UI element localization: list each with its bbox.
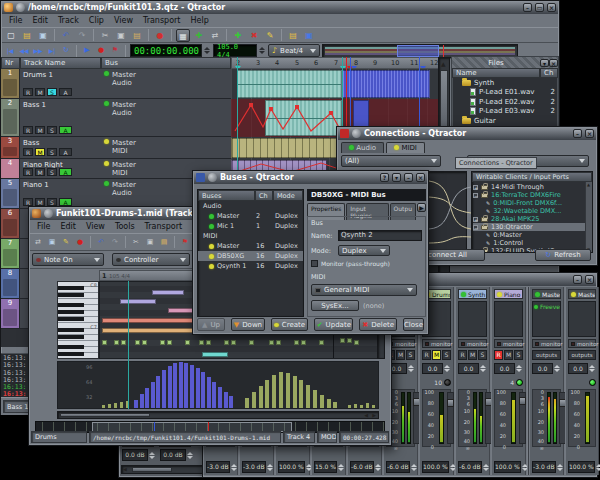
file-export-icon[interactable]: ⇄ [32,236,44,249]
marker-icon[interactable]: ● [153,29,167,42]
edit-draw-icon[interactable]: ✎ [60,236,72,249]
client-item[interactable]: −130:Qtractor [473,223,591,231]
gain-value[interactable]: 0.0 dB [122,449,156,461]
record-icon[interactable]: ● [95,44,107,57]
scrollbar-thumb[interactable] [60,413,150,417]
clip-merge-icon[interactable]: ⇄ [208,29,222,42]
bus-row[interactable]: Master16Duplex [198,241,303,251]
close-button[interactable]: Close [403,318,424,331]
window-menu-icon[interactable] [16,3,25,12]
close-icon[interactable]: × [585,129,594,138]
midi-clip[interactable] [231,138,342,158]
connections-titlebar[interactable]: Connections - Qtractor – × [337,127,597,140]
client-item[interactable]: +14:Midi Through [473,183,591,191]
volume-spin[interactable]: 0.0 [422,363,451,374]
close-icon[interactable]: × [547,3,556,12]
gain-spin[interactable]: 0.0 [458,363,487,374]
maximize-icon[interactable]: ▭ [535,3,544,12]
monitor-checkbox[interactable] [311,260,318,267]
menu-file[interactable]: File [4,15,27,26]
menu-view[interactable]: View [81,221,110,232]
bus-name-input[interactable]: Qsynth 2 [338,230,422,241]
midi-note[interactable] [276,340,281,345]
minimize-icon[interactable]: – [523,3,532,12]
midi-note[interactable] [301,340,306,345]
midi-channel-knob[interactable]: 4 [494,377,523,387]
rewind-icon[interactable]: ◀◀ [18,44,30,57]
volume-spin[interactable]: 0.0 [568,363,596,374]
midi-note[interactable] [152,290,184,295]
tab-audio[interactable]: Audio [341,142,384,153]
audio-clip[interactable] [237,70,342,98]
midi-note[interactable] [114,340,119,345]
midi-note[interactable] [160,340,165,345]
window-menu-icon[interactable] [44,209,53,218]
track-state-buttons[interactable]: RMSA [23,168,72,176]
files-shade-icon[interactable]: ▾ [540,59,549,67]
new-session-icon[interactable]: ▢ [4,29,18,42]
paste-icon[interactable]: ▤ [158,236,170,249]
menu-track[interactable]: Track [53,15,84,26]
close-icon[interactable]: × [585,275,594,284]
bus-row[interactable]: Master2Duplex [198,211,303,221]
track-add-icon[interactable]: ✚ [231,29,245,42]
snap-combo[interactable]: ♪ Beat/4 [268,44,320,57]
up-button[interactable]: ▲Up [197,318,225,331]
sysex-button[interactable]: SysEx... [311,300,359,311]
track-state-buttons[interactable]: RMSA [23,198,72,206]
midi-note[interactable] [319,340,324,345]
gain-value[interactable]: -6.0 dB [350,461,379,473]
tab-midi[interactable]: MIDI [386,142,425,153]
client-item[interactable]: −16:TerraTec DMX6Fire [473,191,591,199]
volume-value[interactable]: 100.0 % [494,461,523,473]
timeline-ruler[interactable]: 2 3 4 5 6 7 8 9 10 11 12 [231,57,450,69]
gain-spin[interactable]: 0.0 [532,363,561,374]
midi-note[interactable] [199,340,204,345]
minimize-icon[interactable]: – [404,173,413,182]
midi-note[interactable] [167,340,172,345]
copy-icon[interactable]: ▣ [144,236,156,249]
volume-value[interactable]: 100.0 % [278,461,307,473]
writable-clients-header[interactable]: Writable Clients / Input Ports [472,172,592,182]
bus-row[interactable]: Mic 11Duplex [198,221,303,231]
outputs-button[interactable]: outputs [568,350,596,360]
save-session-icon[interactable]: ▣ [36,29,50,42]
midi-note[interactable] [231,340,236,345]
selected-clip-region[interactable] [342,70,430,98]
mixer-strip-piano-left[interactable]: Piano Left monitor RMS 0.0 4 10080604020… [491,287,526,475]
track-row[interactable]: 1 Drums 1 RMSA MasterAudio [1,69,231,99]
midi-note[interactable] [347,338,352,343]
help-icon[interactable]: ? [380,173,389,182]
marker-icon[interactable]: ⚑ [179,236,191,249]
list-vscrollbar[interactable]: ▲ ▼ [585,182,592,252]
monitor-button[interactable]: monitor [494,339,523,348]
gain-value[interactable]: -3.0 dB [206,461,235,473]
record-icon[interactable]: ● [74,236,86,249]
strip-state-buttons[interactable]: RMS [422,350,451,360]
undo-icon[interactable]: ↶ [95,236,107,249]
cut-icon[interactable]: ✂ [130,236,142,249]
midi-note[interactable] [202,352,228,357]
menu-tools[interactable]: Tools [110,221,140,232]
file-item[interactable]: P-Lead E03.wav2 [453,107,557,117]
gain-value[interactable]: 0.0 dB [160,449,194,461]
shade-icon[interactable]: ▾ [392,173,401,182]
buses-titlebar[interactable]: Buses - Qtractor ? ▾ – × [193,171,428,184]
track-properties-icon[interactable]: ✎ [263,29,277,42]
gain-value[interactable]: -6.0 dB [386,461,415,473]
punch-icon[interactable]: ⚑ [109,44,121,57]
delete-button[interactable]: ✖Delete [359,318,396,331]
window-menu-icon[interactable] [352,129,361,138]
menu-transport[interactable]: Transport [140,221,188,232]
scroll-left-icon[interactable]: ◀ [364,412,368,418]
time-spinner[interactable] [204,47,211,54]
scroll-left-icon[interactable]: ◀ [123,466,127,472]
cut-icon[interactable]: ✂ [98,29,112,42]
bus-group[interactable]: Audio [198,201,303,211]
writable-clients-list[interactable]: Writable Clients / Input Ports +14:Midi … [471,171,593,253]
gain-value[interactable]: -3.0 dB [242,461,271,473]
scrollbar-thumb[interactable] [440,70,448,130]
strip-state-buttons[interactable]: RMS [458,350,487,360]
minimize-icon[interactable]: – [573,275,582,284]
midi-channel-knob[interactable]: 10 [422,377,451,387]
